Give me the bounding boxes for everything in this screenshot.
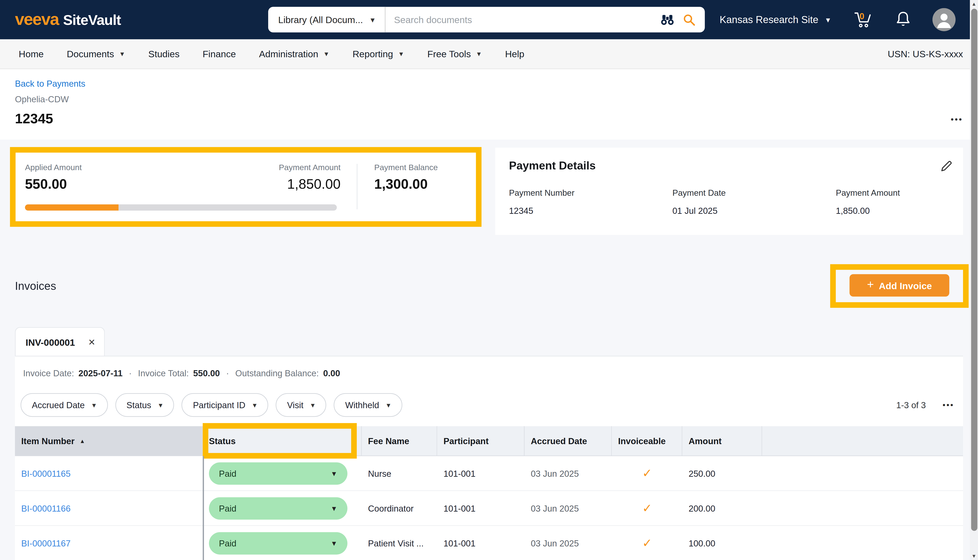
add-invoice-button[interactable]: + Add Invoice <box>849 274 950 297</box>
usn-label: USN: US-KS-xxxx <box>888 48 963 59</box>
user-avatar[interactable] <box>933 8 956 31</box>
cell-participant: 101-001 <box>437 503 525 513</box>
status-pill-dropdown[interactable]: Paid▼ <box>209 532 348 554</box>
scroll-up-arrow-icon[interactable]: ▲ <box>970 2 978 7</box>
filter-chip-label: Accrued Date <box>32 400 85 410</box>
cell-fee_name: Nurse <box>362 468 437 478</box>
table-row: BI-00001167Paid▼Patient Visit ...101-001… <box>15 526 963 560</box>
field-value: 1,850.00 <box>836 206 949 216</box>
search-input[interactable] <box>385 14 660 25</box>
field-label: Payment Amount <box>836 188 949 198</box>
filter-chip-label: Visit <box>287 400 304 410</box>
vertical-scrollbar[interactable]: ▲ ▼ <box>970 0 978 560</box>
chevron-down-icon: ▼ <box>398 50 404 57</box>
filter-chip-status[interactable]: Status▼ <box>115 393 174 417</box>
nav-item-label: Help <box>505 48 524 59</box>
column-header-accrued_date[interactable]: Accrued Date <box>525 426 612 455</box>
invoice-items-table: Item Number▲StatusFee NameParticipantAcc… <box>15 426 963 560</box>
invoice-item-link[interactable]: BI-00001167 <box>21 538 71 548</box>
status-pill-label: Paid <box>219 503 236 513</box>
invoice-item-link[interactable]: BI-00001166 <box>21 503 71 513</box>
cell-participant: 101-001 <box>437 468 525 478</box>
invoice-tab[interactable]: INV-000001 ✕ <box>15 327 105 357</box>
nav-item-home[interactable]: Home <box>19 48 44 59</box>
nav-item-label: Reporting <box>353 48 393 59</box>
filter-chip-accrued-date[interactable]: Accrued Date▼ <box>21 393 108 417</box>
meta-separator: · <box>129 368 132 378</box>
nav-item-finance[interactable]: Finance <box>203 48 236 59</box>
table-row: BI-00001166Paid▼Coordinator101-00103 Jun… <box>15 491 963 526</box>
field-value: 12345 <box>509 206 672 216</box>
site-selector[interactable]: Kansas Research Site ▼ <box>720 14 831 25</box>
cell-invoiceable: ✓ <box>612 501 682 515</box>
document-search-bar: Library (All Docum... ▼ <box>268 7 705 32</box>
status-pill-dropdown[interactable]: Paid▼ <box>209 497 348 519</box>
invoice-meta-item: Invoice Date:2025-07-11 <box>23 368 122 378</box>
column-header-label: Amount <box>689 436 722 446</box>
status-pill-dropdown[interactable]: Paid▼ <box>209 462 348 485</box>
column-header-participant[interactable]: Participant <box>437 426 525 455</box>
column-header-status[interactable]: Status <box>203 426 362 455</box>
notifications-bell-icon[interactable] <box>894 9 913 30</box>
nav-item-documents[interactable]: Documents▼ <box>67 48 125 59</box>
cart-button[interactable]: 0 <box>851 9 874 30</box>
invoice-item-link[interactable]: BI-00001165 <box>21 468 71 478</box>
page-title: 12345 <box>15 111 53 127</box>
column-header-label: Accrued Date <box>531 436 587 446</box>
cell-status: Paid▼ <box>203 497 362 519</box>
close-tab-icon[interactable]: ✕ <box>88 337 95 347</box>
edit-pencil-icon[interactable] <box>939 160 953 175</box>
nav-item-reporting[interactable]: Reporting▼ <box>353 48 404 59</box>
field-value: 01 Jul 2025 <box>672 206 836 216</box>
invoices-section-title: Invoices <box>15 280 56 293</box>
cell-item_number: BI-00001165 <box>15 468 203 478</box>
nav-item-label: Administration <box>259 48 318 59</box>
nav-item-studies[interactable]: Studies <box>148 48 180 59</box>
payment-amount-value: 1,850.00 <box>279 176 341 193</box>
column-header-invoiceable[interactable]: Invoiceable <box>612 426 682 455</box>
cell-status: Paid▼ <box>203 462 362 485</box>
meta-separator: · <box>226 368 229 378</box>
nav-item-label: Studies <box>148 48 180 59</box>
nav-item-help[interactable]: Help <box>505 48 524 59</box>
invoiceable-check-icon: ✓ <box>642 466 652 480</box>
filter-chip-visit[interactable]: Visit▼ <box>276 393 326 417</box>
payment-balance-value: 1,300.00 <box>374 176 438 193</box>
nav-item-free-tools[interactable]: Free Tools▼ <box>427 48 482 59</box>
column-header-fee_name[interactable]: Fee Name <box>362 426 437 455</box>
meta-label: Invoice Date: <box>23 368 74 378</box>
cell-participant: 101-001 <box>437 538 525 548</box>
chevron-down-icon: ▼ <box>386 402 391 408</box>
sitevault-wordmark: SiteVault <box>63 12 121 28</box>
filter-toolbar: Accrued Date▼Status▼Participant ID▼Visit… <box>15 378 963 417</box>
back-to-payments-link[interactable]: Back to Payments <box>15 78 85 88</box>
cell-amount: 100.00 <box>682 538 762 548</box>
veeva-sitevault-logo[interactable]: veeva SiteVault <box>15 10 121 29</box>
scrollbar-thumb[interactable] <box>971 9 977 531</box>
column-header-amount[interactable]: Amount <box>682 426 762 455</box>
cell-item_number: BI-00001167 <box>15 538 203 548</box>
binoculars-icon[interactable] <box>660 13 675 26</box>
invoice-meta-item: Invoice Total:550.00 <box>138 368 220 378</box>
filter-chip-participant-id[interactable]: Participant ID▼ <box>182 393 268 417</box>
filter-chip-withheld[interactable]: Withheld▼ <box>334 393 402 417</box>
more-actions-button[interactable]: ••• <box>951 114 963 123</box>
sort-ascending-icon: ▲ <box>80 438 85 444</box>
invoice-panel: Invoice Date:2025-07-11·Invoice Total:55… <box>15 356 963 560</box>
nav-item-label: Free Tools <box>427 48 471 59</box>
chevron-down-icon: ▼ <box>119 50 125 57</box>
chevron-down-icon: ▼ <box>323 50 329 57</box>
nav-item-administration[interactable]: Administration▼ <box>259 48 329 59</box>
status-column-divider <box>203 456 204 560</box>
invoice-meta-item: Outstanding Balance:0.00 <box>235 368 340 378</box>
scroll-down-arrow-icon[interactable]: ▼ <box>970 553 978 559</box>
chevron-down-icon: ▼ <box>369 16 376 23</box>
search-scope-dropdown[interactable]: Library (All Docum... ▼ <box>268 7 385 32</box>
invoiceable-check-icon: ✓ <box>642 536 652 550</box>
nav-item-label: Home <box>19 48 44 59</box>
main-nav: HomeDocuments▼StudiesFinanceAdministrati… <box>0 39 978 69</box>
table-more-actions-button[interactable]: ••• <box>943 401 954 410</box>
column-header-item_number[interactable]: Item Number▲ <box>15 426 203 455</box>
payment-context-label: Ophelia-CDW <box>15 94 963 104</box>
search-icon[interactable] <box>682 13 696 27</box>
